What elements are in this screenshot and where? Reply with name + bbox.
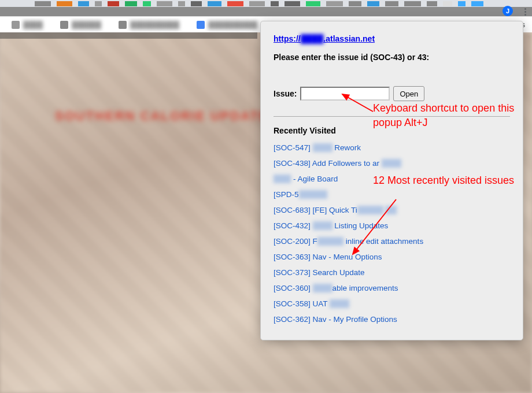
url-subdomain: ████ bbox=[301, 34, 324, 43]
issue-input-row: Issue: Open bbox=[274, 86, 510, 101]
browser-tab[interactable] bbox=[271, 1, 279, 6]
bookmark-label: ██████████ bbox=[208, 21, 257, 29]
browser-tab[interactable] bbox=[95, 1, 102, 6]
bookmark-item[interactable]: ██████ bbox=[60, 21, 101, 29]
bookmark-item[interactable]: ██████████ bbox=[197, 21, 257, 29]
bookmark-label: ██████████ bbox=[130, 21, 179, 29]
bookmark-icon bbox=[60, 21, 68, 29]
bookmark-label: ██████ bbox=[72, 21, 101, 29]
recent-issue-link[interactable]: - Agile Board bbox=[274, 175, 510, 183]
recent-list: [SOC-547] Rework[SOC-438] Add Followers … bbox=[274, 143, 510, 324]
instance-url-link[interactable]: https://████.atlassian.net bbox=[274, 34, 375, 43]
open-button[interactable]: Open bbox=[393, 86, 424, 101]
recent-issue-link[interactable]: [SOC-363] Nav - Menu Options bbox=[274, 253, 510, 261]
recent-issue-link[interactable]: [SOC-360] able improvements bbox=[274, 284, 510, 292]
browser-tab[interactable] bbox=[443, 1, 453, 6]
url-domain: .atlassian.net bbox=[323, 34, 375, 43]
browser-tab[interactable] bbox=[125, 1, 137, 6]
browser-tab[interactable] bbox=[249, 1, 265, 6]
browser-tab-strip bbox=[0, 0, 532, 7]
browser-tab[interactable] bbox=[57, 1, 73, 6]
browser-tab[interactable] bbox=[326, 1, 342, 6]
browser-tab[interactable] bbox=[191, 1, 202, 6]
prompt-text: Please enter the issue id (SOC-43) or 43… bbox=[274, 53, 510, 62]
browser-tab[interactable] bbox=[143, 1, 151, 6]
browser-tab[interactable] bbox=[367, 1, 379, 6]
recent-issue-link[interactable]: [SOC-683] [FE] Quick Ti bbox=[274, 206, 510, 214]
recent-issue-link[interactable]: [SPD-5 bbox=[274, 190, 510, 199]
recent-issue-link[interactable]: [SOC-432] Listing Updates bbox=[274, 221, 510, 230]
bookmark-item[interactable]: ████ bbox=[12, 21, 43, 29]
recent-issue-link[interactable]: [SOC-362] Nav - My Profile Options bbox=[274, 315, 510, 324]
page-title-blurred: SOUTHERN CALORIE UPDATE bbox=[55, 109, 269, 124]
browser-tab[interactable] bbox=[108, 1, 119, 6]
browser-tab[interactable] bbox=[35, 1, 51, 6]
recent-issue-link[interactable]: [SOC-438] Add Followers to ar bbox=[274, 159, 510, 168]
browser-tab[interactable] bbox=[285, 1, 300, 6]
recent-issue-link[interactable]: [SOC-358] UAT bbox=[274, 299, 510, 308]
issue-label: Issue: bbox=[274, 89, 297, 98]
recent-issue-link[interactable]: [SOC-373] Search Update bbox=[274, 268, 510, 277]
browser-tab[interactable] bbox=[385, 1, 399, 6]
bookmark-item[interactable]: ██████████ bbox=[119, 21, 179, 29]
browser-tab[interactable] bbox=[178, 1, 185, 6]
browser-tab[interactable] bbox=[208, 1, 221, 6]
bookmark-label: ████ bbox=[23, 21, 43, 29]
divider bbox=[274, 116, 510, 117]
browser-tab[interactable] bbox=[404, 1, 421, 6]
browser-tab[interactable] bbox=[349, 1, 361, 6]
browser-tab[interactable] bbox=[427, 1, 437, 6]
extension-badge[interactable]: J bbox=[503, 6, 513, 16]
recent-header: Recently Visited bbox=[274, 126, 510, 135]
recent-issue-link[interactable]: [SOC-200] F inline edit attachments bbox=[274, 237, 510, 246]
url-scheme: https:// bbox=[274, 34, 301, 43]
bookmark-icon bbox=[12, 21, 20, 29]
browser-tab[interactable] bbox=[306, 1, 321, 6]
browser-tab[interactable] bbox=[458, 1, 466, 6]
browser-tab[interactable] bbox=[157, 1, 172, 6]
browser-menu-icon[interactable] bbox=[524, 8, 526, 16]
browser-tab[interactable] bbox=[227, 1, 244, 6]
page-header-strip bbox=[0, 32, 257, 39]
bookmark-icon bbox=[119, 21, 127, 29]
jira-popup: https://████.atlassian.net Please enter … bbox=[260, 21, 523, 340]
browser-tab[interactable] bbox=[471, 1, 483, 6]
recent-issue-link[interactable]: [SOC-547] Rework bbox=[274, 143, 510, 152]
bookmark-icon bbox=[197, 21, 205, 29]
browser-tab[interactable] bbox=[78, 1, 89, 6]
issue-input[interactable] bbox=[300, 87, 390, 101]
